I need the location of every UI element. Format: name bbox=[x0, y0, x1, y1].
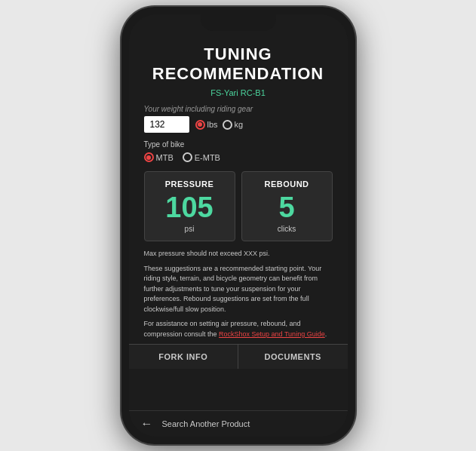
emtb-radio-circle[interactable] bbox=[183, 152, 192, 162]
back-button[interactable]: ← bbox=[141, 417, 153, 431]
documents-button[interactable]: DOCUMENTS bbox=[238, 345, 348, 369]
phone-screen: TUNING RECOMMENDATION FS-Yari RC-B1 Your… bbox=[129, 14, 348, 437]
info-text-2: These suggestions are a recommended star… bbox=[144, 264, 333, 315]
phone-frame: TUNING RECOMMENDATION FS-Yari RC-B1 Your… bbox=[121, 7, 355, 444]
page-title: TUNING RECOMMENDATION bbox=[144, 44, 333, 84]
pressure-box: PRESSURE 105 psi bbox=[144, 171, 235, 241]
info-text-3: For assistance on setting air pressure, … bbox=[144, 319, 333, 339]
product-subtitle: FS-Yari RC-B1 bbox=[144, 88, 333, 97]
kg-radio-item[interactable]: kg bbox=[223, 120, 244, 130]
rebound-value: 5 bbox=[248, 193, 326, 222]
setup-guide-link[interactable]: RockShox Setup and Tuning Guide bbox=[219, 330, 325, 338]
mtb-radio-item[interactable]: MTB bbox=[144, 152, 174, 162]
pressure-unit: psi bbox=[151, 225, 229, 233]
screen-content: TUNING RECOMMENDATION FS-Yari RC-B1 Your… bbox=[129, 14, 348, 410]
nav-bar: ← Search Another Product bbox=[129, 410, 348, 437]
bottom-buttons: FORK INFO DOCUMENTS bbox=[129, 344, 348, 369]
pressure-value: 105 bbox=[151, 193, 229, 222]
fork-info-button[interactable]: FORK INFO bbox=[129, 345, 239, 369]
weight-row: lbs kg bbox=[144, 116, 333, 133]
unit-radio-group: lbs kg bbox=[195, 120, 244, 130]
rebound-unit: clicks bbox=[248, 225, 326, 233]
kg-radio-circle[interactable] bbox=[223, 120, 232, 130]
lbs-radio-circle[interactable] bbox=[195, 120, 205, 130]
emtb-label: E-MTB bbox=[195, 153, 220, 162]
emtb-radio-item[interactable]: E-MTB bbox=[183, 152, 220, 162]
phone-notch bbox=[201, 14, 276, 31]
kg-label: kg bbox=[235, 120, 244, 129]
info-text-1: Max pressure should not exceed XXX psi. bbox=[144, 249, 333, 259]
bike-type-row: MTB E-MTB bbox=[144, 152, 333, 162]
weight-label: Your weight including riding gear bbox=[144, 105, 333, 113]
lbs-label: lbs bbox=[207, 120, 218, 129]
rebound-title: REBOUND bbox=[248, 179, 326, 189]
weight-input[interactable] bbox=[144, 116, 189, 133]
metrics-row: PRESSURE 105 psi REBOUND 5 clicks bbox=[144, 171, 333, 241]
mtb-radio-circle[interactable] bbox=[144, 152, 154, 162]
bike-type-label: Type of bike bbox=[144, 140, 333, 149]
pressure-title: PRESSURE bbox=[151, 179, 229, 189]
search-another-label[interactable]: Search Another Product bbox=[162, 419, 250, 428]
mtb-label: MTB bbox=[156, 153, 174, 162]
rebound-box: REBOUND 5 clicks bbox=[241, 171, 333, 241]
lbs-radio-item[interactable]: lbs bbox=[195, 120, 218, 130]
